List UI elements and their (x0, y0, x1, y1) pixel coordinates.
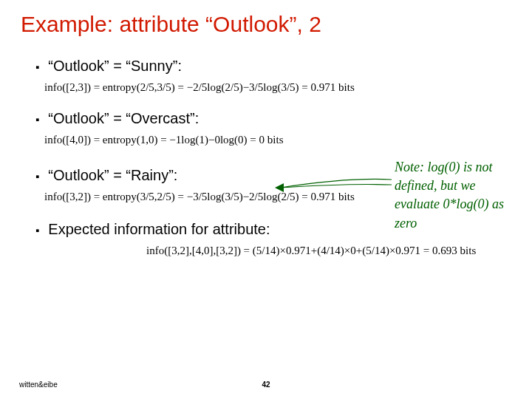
bullet-overcast: ▪ “Outlook” = “Overcast”: (35, 110, 532, 129)
sunny-formula: info([2,3]) = entropy(2/5,3/5) = −2/5log… (44, 81, 532, 94)
slide-title: Example: attribute “Outlook”, 2 (0, 0, 532, 37)
bullet-marker: ▪ (35, 167, 39, 186)
rainy-label: “Outlook” = “Rainy”: (48, 167, 177, 184)
bullet-marker: ▪ (35, 58, 39, 77)
bullet-marker: ▪ (35, 110, 39, 129)
overcast-label: “Outlook” = “Overcast”: (48, 110, 199, 127)
expected-label: Expected information for attribute: (48, 221, 270, 238)
svg-marker-0 (275, 183, 284, 192)
bullet-sunny: ▪ “Outlook” = “Sunny”: (35, 58, 532, 77)
footer-author: witten&eibe (19, 381, 58, 389)
footer-page-number: 42 (262, 381, 270, 389)
overcast-formula: info([4,0]) = entropy(1,0) = −1log(1)−0l… (44, 134, 532, 146)
arrow-icon (273, 176, 399, 198)
expected-formula: info([3,2],[4,0],[3,2]) = (5/14)×0.971+(… (146, 245, 532, 257)
bullet-marker: ▪ (35, 221, 39, 240)
sunny-label: “Outlook” = “Sunny”: (48, 58, 182, 75)
note-annotation: Note: log(0) is not defined, but we eval… (395, 158, 520, 233)
